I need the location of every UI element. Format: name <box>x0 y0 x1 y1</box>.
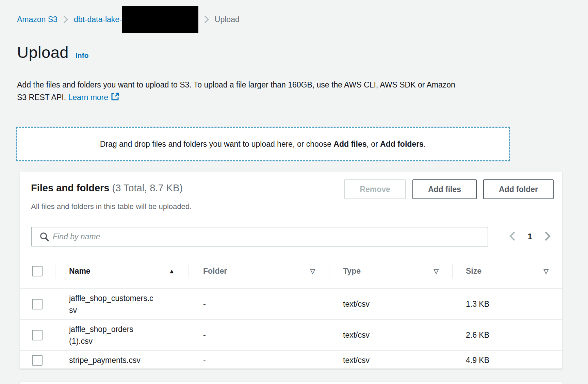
table-header-row: Name ▲ Folder ▽ Type ▽ Size ▽ <box>20 254 562 289</box>
breadcrumb-link-amazon-s3[interactable]: Amazon S3 <box>17 15 58 24</box>
bucket-name-text[interactable]: dbt-data-lake- <box>74 15 122 24</box>
pagination: 1 <box>507 227 553 246</box>
column-header-type[interactable]: Type ▽ <box>329 254 452 288</box>
sortable-icon[interactable]: ▽ <box>434 268 439 274</box>
add-folder-button[interactable]: Add folder <box>483 179 554 199</box>
external-link-icon <box>111 92 119 105</box>
select-all-cell <box>20 266 55 276</box>
row-select-cell <box>20 355 55 366</box>
panel-title-row: Files and folders (3 Total, 8.7 KB) <box>31 182 183 194</box>
panel-count-summary: (3 Total, 8.7 KB) <box>112 182 183 193</box>
files-and-folders-panel: Files and folders (3 Total, 8.7 KB) All … <box>19 172 562 369</box>
breadcrumb-current-upload: Upload <box>215 15 240 24</box>
chevron-right-icon <box>204 15 209 24</box>
table-row: stripe_payments.csv - text/csv 4.9 KB <box>20 351 562 369</box>
cell-name: jaffle_shop_customers.csv <box>55 292 189 316</box>
column-header-name[interactable]: Name ▲ <box>55 254 189 288</box>
sortable-icon[interactable]: ▽ <box>310 268 315 274</box>
sortable-icon[interactable]: ▽ <box>543 268 549 274</box>
column-label-name: Name <box>69 267 91 276</box>
panel-title: Files and folders <box>31 182 109 193</box>
page-header: Upload Info <box>17 43 88 62</box>
row-checkbox[interactable] <box>32 299 43 309</box>
files-table: Name ▲ Folder ▽ Type ▽ Size ▽ <box>20 254 562 369</box>
sort-ascending-icon[interactable]: ▲ <box>168 268 175 274</box>
panel-action-buttons: Remove Add files Add folder <box>344 179 554 199</box>
column-label-type: Type <box>343 267 361 276</box>
row-checkbox[interactable] <box>32 330 43 340</box>
search-input[interactable] <box>53 227 482 246</box>
file-name: stripe_payments.csv <box>69 354 156 366</box>
add-files-button[interactable]: Add files <box>412 179 477 199</box>
redacted-bucket-name <box>122 6 198 33</box>
next-page-button[interactable] <box>542 229 553 244</box>
file-name: jaffle_shop_customers.csv <box>69 292 156 316</box>
panel-subtitle: All files and folders in this table will… <box>31 202 192 211</box>
page-title: Upload <box>17 43 69 62</box>
row-select-cell <box>20 330 55 340</box>
panel-count-text: (3 Total, 8.7 KB) <box>112 182 183 193</box>
previous-page-button[interactable] <box>507 229 518 244</box>
info-link[interactable]: Info <box>76 51 88 60</box>
column-divider <box>452 265 453 278</box>
chevron-right-icon <box>544 231 551 243</box>
column-header-folder[interactable]: Folder ▽ <box>189 254 329 288</box>
column-label-folder: Folder <box>203 267 227 276</box>
cell-folder: - <box>189 356 329 365</box>
cell-name: stripe_payments.csv <box>55 354 189 366</box>
column-header-size[interactable]: Size ▽ <box>452 254 562 288</box>
search-field[interactable] <box>31 227 488 246</box>
cell-size: 1.3 KB <box>452 300 562 309</box>
cell-folder: - <box>189 300 329 309</box>
select-all-checkbox[interactable] <box>32 266 43 276</box>
remove-button[interactable]: Remove <box>344 179 406 199</box>
chevron-left-icon <box>509 231 516 243</box>
dropzone-text-suffix: . <box>424 140 426 148</box>
row-select-cell <box>20 299 55 309</box>
cell-type: text/csv <box>329 300 452 309</box>
column-label-size: Size <box>466 267 481 276</box>
dropzone-text-middle: , or <box>366 140 380 148</box>
next-section-panel <box>19 381 562 384</box>
dropzone-text: Drag and drop files and folders you want… <box>100 140 426 149</box>
file-name: jaffle_shop_orders (1).csv <box>69 323 156 347</box>
cell-type: text/csv <box>329 356 452 365</box>
breadcrumb-link-bucket[interactable]: dbt-data-lake- <box>74 6 198 33</box>
intro-line2: S3 REST API. <box>17 93 68 102</box>
column-divider <box>55 265 55 278</box>
dropzone-add-files-text: Add files <box>333 140 366 148</box>
dropzone-text-prefix: Drag and drop files and folders you want… <box>100 140 334 148</box>
page-number-1[interactable]: 1 <box>528 232 532 241</box>
cell-size: 4.9 KB <box>452 356 562 365</box>
table-row: jaffle_shop_customers.csv - text/csv 1.3… <box>20 289 562 320</box>
intro-paragraph: Add the files and folders you want to up… <box>17 79 514 105</box>
column-divider <box>329 265 329 278</box>
row-checkbox[interactable] <box>32 355 43 366</box>
table-row: jaffle_shop_orders (1).csv - text/csv 2.… <box>20 320 562 351</box>
intro-line1: Add the files and folders you want to up… <box>17 80 455 89</box>
search-icon <box>39 231 49 242</box>
learn-more-link[interactable]: Learn more <box>68 93 119 102</box>
drag-and-drop-zone[interactable]: Drag and drop files and folders you want… <box>16 127 510 161</box>
cell-folder: - <box>189 331 329 340</box>
cell-type: text/csv <box>329 331 452 340</box>
column-divider <box>189 265 189 278</box>
cell-name: jaffle_shop_orders (1).csv <box>55 323 189 347</box>
chevron-right-icon <box>63 15 68 24</box>
dropzone-add-folders-text: Add folders <box>380 140 424 148</box>
learn-more-label: Learn more <box>68 93 108 102</box>
cell-size: 2.6 KB <box>452 331 562 340</box>
breadcrumb: Amazon S3 dbt-data-lake- Upload <box>17 6 240 33</box>
